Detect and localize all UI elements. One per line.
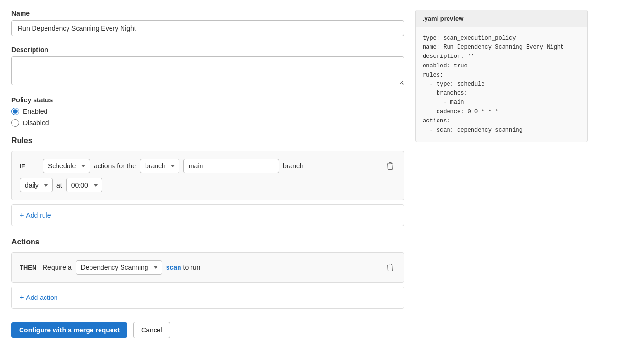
policy-status-group: Policy status Enabled Disabled (11, 96, 404, 127)
yaml-preview-card: .yaml preview type: scan_execution_polic… (415, 10, 588, 142)
at-text: at (56, 181, 62, 189)
action-card: THEN Require a Dependency Scanning scan … (11, 252, 404, 283)
time-dropdown[interactable]: 00:00 (66, 178, 102, 192)
branch-value-input[interactable] (183, 159, 279, 173)
yaml-preview-body: type: scan_execution_policy name: Run De… (416, 27, 587, 142)
add-action-label: Add action (26, 294, 57, 301)
actions-for-text: actions for the (94, 162, 136, 170)
trash-icon (386, 162, 394, 170)
rule-row-1: IF Schedule actions for the branch branc… (20, 159, 396, 173)
disabled-option[interactable]: Disabled (11, 119, 404, 127)
delete-rule-button[interactable] (384, 160, 396, 172)
add-rule-link[interactable]: + Add rule (20, 211, 396, 219)
actions-section: Actions THEN Require a Dependency Scanni… (11, 238, 404, 309)
plus-icon: + (20, 211, 24, 219)
scan-to-run-text: scan to run (166, 264, 201, 271)
disabled-label: Disabled (23, 119, 49, 127)
schedule-dropdown[interactable]: Schedule (43, 159, 90, 173)
add-rule-label: Add rule (26, 211, 51, 219)
scan-type-dropdown[interactable]: Dependency Scanning (76, 260, 162, 275)
name-field-group: Name (11, 10, 404, 36)
description-label: Description (11, 46, 404, 54)
frequency-dropdown[interactable]: daily (20, 178, 53, 192)
enabled-option[interactable]: Enabled (11, 108, 404, 115)
scan-word: scan (166, 264, 181, 271)
plus-action-icon: + (20, 294, 24, 301)
if-label: IF (20, 163, 39, 170)
branch-type-dropdown[interactable]: branch (140, 159, 179, 173)
disabled-radio[interactable] (11, 119, 19, 127)
name-label: Name (11, 10, 404, 17)
rule-card: IF Schedule actions for the branch branc… (11, 151, 404, 200)
enabled-label: Enabled (23, 108, 47, 115)
actions-title: Actions (11, 238, 404, 246)
radio-group: Enabled Disabled (11, 108, 404, 127)
cancel-button[interactable]: Cancel (133, 322, 170, 338)
add-rule-container: + Add rule (11, 204, 404, 226)
yaml-preview-header: .yaml preview (416, 10, 587, 27)
enabled-radio[interactable] (11, 108, 19, 115)
trash-icon-action (386, 264, 394, 271)
rule-row-2: daily at 00:00 (20, 178, 396, 192)
configure-button[interactable]: Configure with a merge request (11, 322, 127, 338)
action-row: THEN Require a Dependency Scanning scan … (20, 260, 396, 275)
then-label: THEN (20, 264, 39, 271)
require-a-text: Require a (43, 264, 72, 271)
name-input[interactable] (11, 20, 404, 36)
left-panel: Name Description Policy status Enabled D… (11, 10, 404, 354)
description-input[interactable] (11, 56, 404, 85)
add-action-link[interactable]: + Add action (20, 294, 396, 301)
policy-status-label: Policy status (11, 96, 404, 104)
rules-section: Rules IF Schedule actions for the branch… (11, 136, 404, 226)
description-field-group: Description (11, 46, 404, 87)
branch-suffix: branch (283, 162, 303, 170)
bottom-buttons: Configure with a merge request Cancel (11, 322, 404, 338)
right-panel: .yaml preview type: scan_execution_polic… (415, 10, 588, 354)
to-run-text: to run (183, 264, 201, 271)
rules-title: Rules (11, 136, 404, 145)
add-action-container: + Add action (11, 287, 404, 309)
delete-action-button[interactable] (384, 262, 396, 273)
